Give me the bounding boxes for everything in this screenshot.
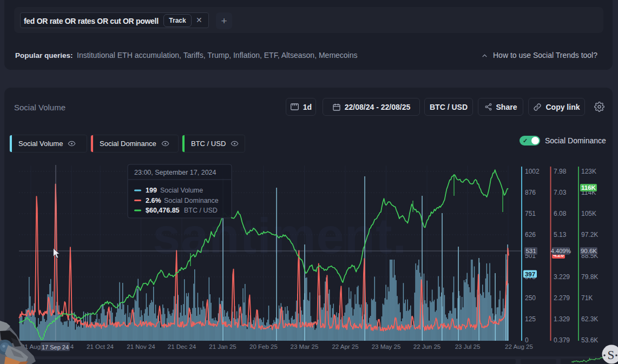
svg-text:105K: 105K: [581, 210, 596, 217]
svg-text:626: 626: [525, 231, 536, 239]
svg-text:6.08: 6.08: [554, 210, 567, 217]
svg-text:125: 125: [525, 315, 536, 323]
svg-text:116K: 116K: [581, 184, 596, 191]
svg-text:7.03: 7.03: [554, 189, 567, 196]
svg-text:BTC / USD: BTC / USD: [184, 207, 218, 214]
svg-text:5.13: 5.13: [554, 231, 567, 239]
svg-text:531: 531: [525, 248, 536, 254]
svg-text:7.98: 7.98: [554, 168, 567, 175]
svg-text:Social Volume: Social Volume: [160, 187, 203, 194]
svg-text:250: 250: [525, 294, 536, 302]
svg-text:62.3K: 62.3K: [581, 315, 598, 323]
svg-text:90.6K: 90.6K: [581, 248, 597, 254]
svg-text:4.409%: 4.409%: [551, 248, 571, 254]
svg-text:123K: 123K: [581, 168, 596, 175]
svg-text:97.2K: 97.2K: [581, 231, 598, 239]
svg-text:2.279: 2.279: [554, 294, 570, 302]
svg-text:Social Dominance: Social Dominance: [164, 197, 219, 204]
svg-text:2.6%: 2.6%: [146, 197, 161, 204]
svg-text:S: S: [608, 348, 615, 362]
svg-text:$60,476.85: $60,476.85: [146, 207, 180, 214]
svg-text:79.8K: 79.8K: [581, 273, 598, 281]
svg-text:23:00, September 17, 2024: 23:00, September 17, 2024: [134, 169, 216, 176]
svg-text:3.229: 3.229: [554, 273, 570, 281]
svg-text:397: 397: [525, 271, 535, 277]
svg-text:751: 751: [525, 210, 536, 217]
svg-text:1.329: 1.329: [554, 315, 570, 323]
svg-text:876: 876: [525, 189, 536, 196]
svg-text:71K: 71K: [581, 294, 593, 302]
svg-text:199: 199: [146, 187, 157, 194]
svg-text:1002: 1002: [525, 168, 540, 175]
